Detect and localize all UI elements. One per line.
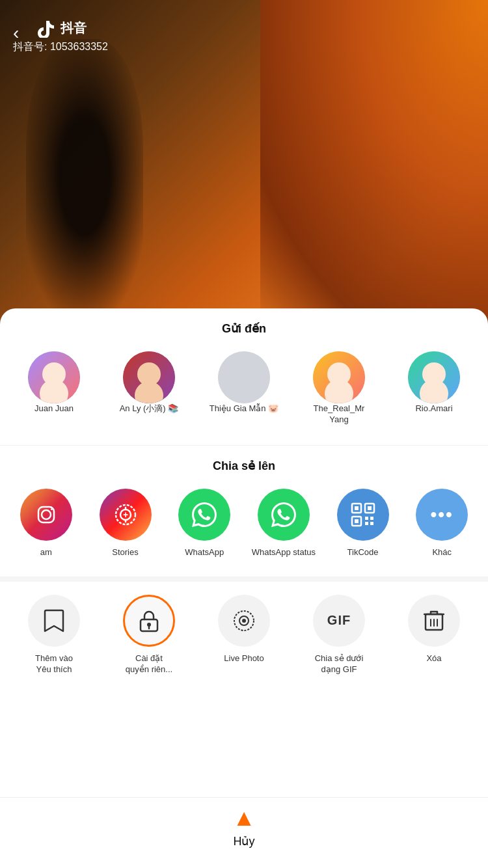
action-item-bookmark[interactable]: Thêm vàoYêu thích (7, 595, 102, 675)
gif-icon: GIF (313, 595, 365, 647)
svg-point-6 (218, 351, 270, 403)
svg-point-36 (242, 619, 246, 623)
section-divider-2 (0, 576, 488, 582)
cancel-button[interactable]: Hủy (234, 834, 255, 848)
delete-icon (408, 595, 460, 647)
section-divider (0, 445, 488, 446)
contact-item[interactable]: The_Real_Mr Yang (291, 351, 386, 426)
contact-name: Rio.Amari (415, 403, 452, 414)
share-item-stories[interactable]: + Stories (86, 489, 165, 557)
share-label: WhatsApp (185, 547, 224, 557)
tiktok-header: 抖音 (36, 18, 87, 38)
whatsapp-status-svg (269, 500, 299, 530)
contact-item[interactable]: Rio.Amari (386, 351, 481, 426)
contacts-row: Juan Juan An Ly (小滴) 📚 Thiệu Gia Mẫn 🐷 (0, 351, 488, 426)
contact-name: The_Real_Mr Yang (303, 403, 375, 426)
share-item-whatsapp-status[interactable]: WhatsApp status (244, 489, 323, 557)
bookmark-svg (44, 609, 64, 632)
avatar-image (313, 351, 365, 403)
user-id: 抖音号: 1053633352 (13, 40, 108, 54)
avatar (28, 351, 80, 403)
send-section-title: Gửi đến (0, 321, 488, 336)
avatar-image (408, 351, 460, 403)
instagram-svg (33, 502, 59, 528)
more-dots: ••• (430, 504, 453, 525)
instagram-icon (20, 489, 72, 541)
svg-point-14 (42, 510, 51, 519)
action-label: Thêm vàoYêu thích (35, 653, 73, 675)
contact-name: Juan Juan (34, 403, 74, 414)
whatsapp-icon (178, 489, 230, 541)
avatar (408, 351, 460, 403)
whatsapp-svg (189, 500, 219, 530)
share-item-instagram[interactable]: am (7, 489, 86, 557)
tiktok-logo-icon (36, 18, 55, 38)
avatar-image (123, 351, 175, 403)
share-label: am (40, 547, 52, 557)
lock-svg (138, 609, 160, 632)
contact-name: An Ly (小滴) 📚 (120, 403, 179, 414)
action-item-delete[interactable]: Xóa (386, 595, 481, 675)
tikcode-icon (337, 489, 389, 541)
share-item-more[interactable]: ••• Khác (402, 489, 481, 557)
svg-point-15 (51, 508, 53, 510)
privacy-icon (123, 595, 175, 647)
svg-rect-30 (370, 522, 373, 525)
stories-icon: + (100, 489, 152, 541)
avatar (313, 351, 365, 403)
contact-name: Thiệu Gia Mẫn 🐷 (210, 403, 278, 414)
svg-rect-24 (368, 506, 372, 510)
action-item-privacy[interactable]: Cài đặtquyền riên... (102, 595, 197, 675)
whatsapp-status-icon (258, 489, 310, 541)
action-label: Xóa (426, 653, 441, 664)
livephoto-svg (232, 609, 256, 632)
share-section-title: Chia sẻ lên (0, 459, 488, 473)
share-item-tikcode[interactable]: TikCode (323, 489, 403, 557)
share-label: TikCode (347, 547, 379, 557)
more-icon: ••• (416, 489, 468, 541)
share-label: Stories (112, 547, 138, 557)
svg-rect-28 (370, 517, 373, 520)
cancel-area: ▲ Hủy (0, 797, 488, 868)
bookmark-icon (28, 595, 80, 647)
svg-rect-29 (365, 522, 368, 525)
action-item-gif[interactable]: GIF Chia sẻ dướidạng GIF (291, 595, 386, 675)
action-label: Cài đặtquyền riên... (126, 653, 172, 675)
actions-row: Thêm vàoYêu thích Cài đặtquyền riên... (0, 595, 488, 675)
svg-rect-22 (355, 506, 359, 510)
avatar-image (218, 351, 270, 403)
action-label: Live Photo (224, 653, 264, 664)
bottom-sheet: Gửi đến Juan Juan (0, 308, 488, 868)
app-name: 抖音 (61, 20, 87, 37)
svg-rect-27 (365, 517, 368, 520)
trash-svg (424, 609, 444, 632)
svg-rect-26 (355, 519, 359, 523)
contact-item[interactable]: Thiệu Gia Mẫn 🐷 (197, 351, 291, 426)
avatar (123, 351, 175, 403)
share-label: WhatsApp status (252, 547, 316, 557)
action-label: Chia sẻ dướidạng GIF (315, 653, 364, 675)
share-apps-row: am + Stories WhatsApp (0, 489, 488, 557)
action-item-livephoto[interactable]: Live Photo (197, 595, 291, 675)
stories-svg: + (112, 501, 139, 528)
avatar-image (28, 351, 80, 403)
avatar (218, 351, 270, 403)
share-item-whatsapp[interactable]: WhatsApp (165, 489, 244, 557)
contact-item[interactable]: Juan Juan (7, 351, 102, 426)
tikcode-svg (349, 500, 377, 529)
gif-text: GIF (327, 613, 351, 628)
svg-text:+: + (122, 509, 128, 520)
livephoto-icon (218, 595, 270, 647)
contact-item[interactable]: An Ly (小滴) 📚 (102, 351, 197, 426)
up-arrow-icon: ▲ (232, 804, 256, 832)
share-label: Khác (432, 547, 452, 557)
